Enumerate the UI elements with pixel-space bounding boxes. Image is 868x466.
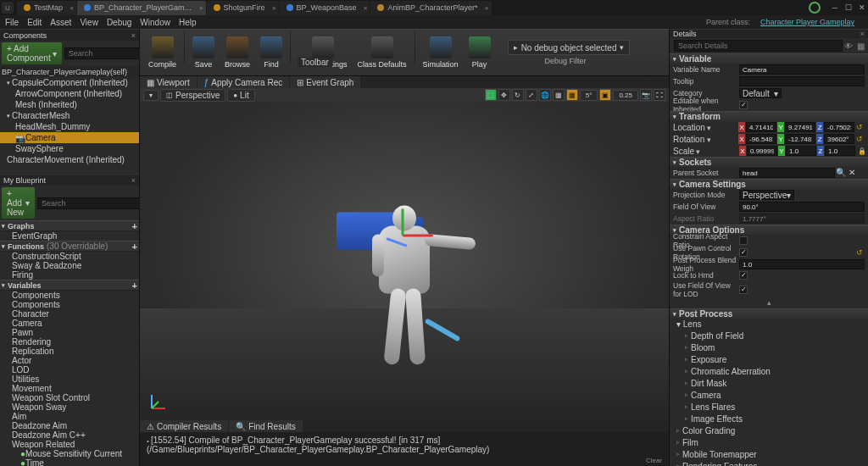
list-item[interactable]: Deadzone Aim C++ <box>0 430 139 440</box>
reset-icon[interactable]: ↺ <box>856 123 865 131</box>
category-select[interactable]: Default▾ <box>739 88 782 98</box>
gizmo-translate-icon[interactable]: ✥ <box>498 89 510 101</box>
post-category[interactable]: ▹Film <box>670 436 868 448</box>
add-component-button[interactable]: + Add Component▾ <box>2 42 62 64</box>
section-variable[interactable]: ▾Variable <box>670 53 868 64</box>
list-item[interactable]: Utilities <box>0 374 139 384</box>
close-icon[interactable]: × <box>364 4 368 12</box>
simulation-button[interactable]: Simulation <box>418 31 464 75</box>
add-new-button[interactable]: + Add New▾ <box>2 187 35 219</box>
fov-input[interactable] <box>739 202 865 212</box>
maximize-button[interactable]: ☐ <box>844 2 853 14</box>
viewport-3d[interactable] <box>140 102 669 420</box>
menu-window[interactable]: Window <box>140 18 170 27</box>
add-icon[interactable]: + <box>132 280 137 291</box>
scale-snap-icon[interactable]: ▣ <box>599 89 611 101</box>
browse-button[interactable]: Browse <box>220 31 255 75</box>
filter-icon[interactable]: 👁 <box>843 42 854 51</box>
list-item[interactable]: Camera <box>0 319 139 328</box>
category-header[interactable]: ▾Graphs+ <box>0 220 139 231</box>
component-tree-item[interactable]: ▾CapsuleComponent (Inherited) <box>0 77 139 88</box>
grid-snap-icon[interactable]: ▦ <box>566 89 578 101</box>
location-vector[interactable]: XYZ <box>738 122 854 132</box>
component-tree-item[interactable]: 📷Camera <box>0 132 139 143</box>
fov-lod-checkbox[interactable] <box>739 286 748 294</box>
clear-button[interactable]: Clear <box>646 457 662 464</box>
minimize-button[interactable]: ─ <box>831 2 839 14</box>
scale-vector[interactable]: XYZ <box>739 146 858 156</box>
list-item[interactable]: Movement <box>0 384 139 393</box>
document-tab[interactable]: BP_Character_PlayerGam…× <box>77 1 206 15</box>
list-item[interactable]: Actor <box>0 356 139 365</box>
post-item[interactable]: ▹Bloom <box>670 341 868 353</box>
list-item[interactable]: EventGraph <box>0 231 139 241</box>
add-icon[interactable]: + <box>132 241 137 252</box>
post-item[interactable]: ▹Image Effects <box>670 413 868 424</box>
close-button[interactable]: ✕ <box>858 2 866 14</box>
post-item[interactable]: ▹Camera <box>670 389 868 401</box>
close-icon[interactable]: × <box>131 31 136 40</box>
gizmo-scale-icon[interactable]: ⤢ <box>526 89 537 101</box>
post-category[interactable]: ▹Mobile Tonemapper <box>670 448 868 460</box>
tab-compiler-results[interactable]: ⚠Compiler Results <box>140 420 228 432</box>
menu-file[interactable]: File <box>5 18 19 27</box>
expand-icon[interactable]: ▴ <box>767 298 771 307</box>
menu-debug[interactable]: Debug <box>107 18 131 27</box>
list-item[interactable]: ● Mouse Sensitivity Current <box>0 449 139 458</box>
pawn-rotation-checkbox[interactable] <box>739 248 748 257</box>
post-item[interactable]: ▹Dirt Mask <box>670 377 868 389</box>
lock-icon[interactable]: 🔒 <box>858 147 865 155</box>
search-icon[interactable]: 🔍 <box>836 168 846 178</box>
debug-object-selector[interactable]: ▸ No debug object selected▾ <box>508 40 631 55</box>
angle-snap-value[interactable]: 5° <box>580 90 598 101</box>
source-control-icon[interactable] <box>809 2 821 14</box>
compile-button[interactable]: Compile <box>143 31 181 75</box>
reset-icon[interactable]: ↺ <box>856 248 865 257</box>
post-item[interactable]: ▹Chromatic Aberration <box>670 365 868 377</box>
list-item[interactable]: Weapon Related <box>0 440 139 449</box>
close-icon[interactable]: × <box>272 4 276 12</box>
surface-snap-icon[interactable]: ▦ <box>553 89 565 101</box>
post-item[interactable]: ▹Exposure <box>670 353 868 365</box>
section-post-process[interactable]: ▾Post Process <box>670 308 868 319</box>
lens-category[interactable]: ▾ Lens <box>676 319 701 329</box>
section-camera-settings[interactable]: ▾Camera Settings <box>670 179 868 189</box>
component-tree-item[interactable]: SwaySphere <box>0 143 139 154</box>
list-item[interactable]: Replication <box>0 347 139 356</box>
list-item[interactable]: ● Time <box>0 458 139 466</box>
section-sockets[interactable]: ▾Sockets <box>670 157 868 167</box>
menu-asset[interactable]: Asset <box>50 18 71 27</box>
list-item[interactable]: Character <box>0 309 139 319</box>
close-icon[interactable]: × <box>485 4 489 12</box>
tab-viewport[interactable]: ▦Viewport <box>140 76 197 88</box>
section-transform[interactable]: ▾Transform <box>670 111 868 121</box>
list-item[interactable]: Sway & Deadzone <box>0 261 139 270</box>
lit-button[interactable]: ● Lit <box>227 89 254 102</box>
gizmo-rotate-icon[interactable]: ↻ <box>512 89 524 101</box>
post-item[interactable]: ▹Lens Flares <box>670 401 868 413</box>
component-root[interactable]: BP_Character_PlayerGameplay(self) <box>0 66 139 77</box>
document-tab[interactable]: TestMap× <box>17 1 76 15</box>
scale-snap-value[interactable]: 0.25 <box>613 90 638 101</box>
add-icon[interactable]: + <box>132 221 137 231</box>
coord-space-icon[interactable]: 🌐 <box>539 89 551 101</box>
constrain-checkbox[interactable] <box>739 236 748 245</box>
viewport-menu-button[interactable]: ▾ <box>143 90 159 101</box>
projection-select[interactable]: Perspective▾ <box>739 190 794 200</box>
document-tab[interactable]: ShotgunFire× <box>207 1 279 15</box>
post-category[interactable]: ▹Rendering Features <box>670 460 868 466</box>
class-defaults-button[interactable]: Class Defaults <box>353 31 412 75</box>
component-tree-item[interactable]: ArrowComponent (Inherited) <box>0 88 139 99</box>
tab-find-results[interactable]: 🔍Find Results <box>229 420 303 432</box>
rotation-vector[interactable]: XYZ <box>738 134 854 144</box>
variable-name-input[interactable] <box>739 64 865 75</box>
close-icon[interactable]: × <box>199 4 203 12</box>
close-icon[interactable]: × <box>860 30 865 38</box>
tooltip-input[interactable] <box>739 76 865 86</box>
category-header[interactable]: ▾Functions(30 Overridable)+ <box>0 241 139 252</box>
camera-speed-icon[interactable]: 📷 <box>640 89 652 101</box>
parent-class-link[interactable]: Character Player Gameplay <box>760 18 854 26</box>
post-item[interactable]: ▹Depth of Field <box>670 330 868 341</box>
list-item[interactable]: Components <box>0 291 139 300</box>
perspective-button[interactable]: ◫ Perspective <box>160 89 225 102</box>
